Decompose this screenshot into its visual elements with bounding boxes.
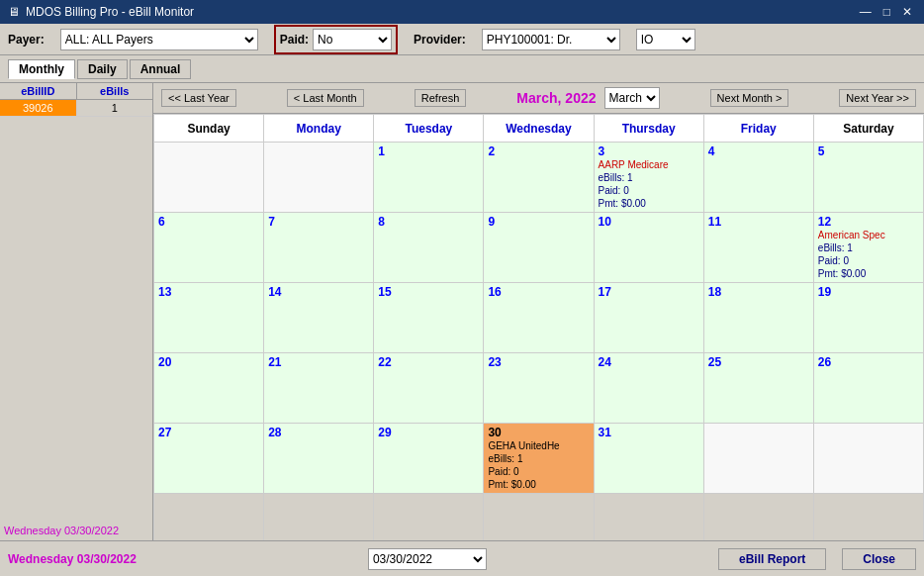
provider-label: Provider:	[414, 33, 466, 47]
cal-cell[interactable]	[814, 424, 924, 494]
cal-cell[interactable]: 6	[154, 213, 264, 283]
main-content: Payer: ALL: ALL Payers Paid: No Yes Prov…	[0, 24, 924, 576]
titlebar-controls: — □ ✕	[856, 5, 916, 19]
day-header-saturday: Saturday	[814, 115, 924, 143]
cal-cell[interactable]: 3 AARP Medicare eBills: 1 Paid: 0 Pmt: $…	[595, 143, 704, 213]
cal-nav-center: March, 2022 March	[516, 87, 659, 109]
bottom-bar: Wednesday 03/30/2022 03/30/2022 eBill Re…	[0, 540, 924, 576]
cal-cell[interactable]: 17	[595, 283, 704, 353]
maximize-button[interactable]: □	[879, 5, 894, 19]
table-row[interactable]: 39026 1	[0, 100, 152, 117]
cal-cell[interactable]: 28	[264, 424, 374, 494]
cal-cell[interactable]: 4	[704, 143, 814, 213]
content-area: eBillID eBills 39026 1 Wednesday 03/30/2…	[0, 83, 924, 540]
cal-cell[interactable]: 25	[704, 353, 814, 424]
cal-cell[interactable]: 24	[595, 353, 704, 424]
cal-cell[interactable]: 26	[814, 353, 924, 424]
cal-cell-gray	[264, 494, 374, 540]
paid-select[interactable]: No Yes	[313, 29, 392, 50]
cal-cell[interactable]: 22	[374, 353, 484, 424]
top-bar: Payer: ALL: ALL Payers Paid: No Yes Prov…	[0, 24, 924, 55]
cal-cell-gray	[704, 494, 814, 540]
col-header-ebillid[interactable]: eBillID	[0, 83, 77, 99]
left-status: Wednesday 03/30/2022	[0, 521, 152, 540]
last-year-button[interactable]: << Last Year	[161, 89, 236, 107]
refresh-button[interactable]: Refresh	[415, 89, 467, 107]
ebillid-cell: 39026	[0, 100, 77, 116]
payer-select[interactable]: ALL: ALL Payers	[60, 29, 258, 50]
last-month-button[interactable]: < Last Month	[287, 89, 364, 107]
day-header-friday: Friday	[704, 115, 814, 143]
ebill-report-button[interactable]: eBill Report	[718, 548, 826, 570]
cal-cell[interactable]	[154, 143, 264, 213]
cal-cell[interactable]: 21	[264, 353, 374, 424]
day-header-tuesday: Tuesday	[374, 115, 484, 143]
col-header-ebills[interactable]: eBills	[77, 83, 153, 99]
cal-cell[interactable]: 13	[154, 283, 264, 353]
cal-cell[interactable]: 11	[704, 213, 814, 283]
paid-wrapper: Paid: No Yes	[274, 25, 398, 54]
cal-cell[interactable]: 20	[154, 353, 264, 424]
minimize-button[interactable]: —	[856, 5, 876, 19]
cal-cell[interactable]: 18	[704, 283, 814, 353]
cal-cell-gray	[374, 494, 484, 540]
cal-cell[interactable]: 15	[374, 283, 484, 353]
ebills-cell: 1	[77, 100, 153, 116]
cal-cell-gray	[154, 494, 264, 540]
cal-cell[interactable]: 16	[484, 283, 594, 353]
cal-cell-gray	[595, 494, 704, 540]
cal-cell-gray	[484, 494, 594, 540]
day-header-thursday: Thursday	[595, 115, 704, 143]
cal-cell[interactable]: 8	[374, 213, 484, 283]
day-header-wednesday: Wednesday	[484, 115, 594, 143]
tab-monthly[interactable]: Monthly	[8, 59, 75, 79]
cal-cell[interactable]: 9	[484, 213, 594, 283]
calendar-area: << Last Year < Last Month Refresh March,…	[153, 83, 924, 540]
cal-cell[interactable]: 19	[814, 283, 924, 353]
bottom-buttons: eBill Report Close	[718, 548, 916, 570]
cal-cell[interactable]: 12 American Spec eBills: 1 Paid: 0 Pmt: …	[814, 213, 924, 283]
provider-select[interactable]: PHY100001: Dr.	[482, 29, 620, 50]
left-panel-empty	[0, 117, 152, 521]
cal-cell[interactable]: 5	[814, 143, 924, 213]
app-title: MDOS Billing Pro - eBill Monitor	[26, 5, 194, 19]
tabs-row: Monthly Daily Annual	[0, 55, 924, 83]
next-month-button[interactable]: Next Month >	[710, 89, 789, 107]
cal-cell-selected[interactable]: 30 GEHA UnitedHe eBills: 1 Paid: 0 Pmt: …	[484, 424, 594, 494]
titlebar: 🖥 MDOS Billing Pro - eBill Monitor — □ ✕	[0, 0, 924, 24]
cal-month-select[interactable]: March	[604, 87, 660, 109]
cal-cell[interactable]	[704, 424, 814, 494]
cal-cell[interactable]: 29	[374, 424, 484, 494]
cal-cell[interactable]: 1	[374, 143, 484, 213]
paid-label: Paid:	[280, 33, 309, 47]
cal-nav: << Last Year < Last Month Refresh March,…	[153, 83, 924, 114]
status-label: Wednesday 03/30/2022	[8, 552, 137, 566]
cal-cell[interactable]: 23	[484, 353, 594, 424]
left-panel-header: eBillID eBills	[0, 83, 152, 100]
cal-month-title: March, 2022	[516, 90, 596, 106]
cal-cell[interactable]: 14	[264, 283, 374, 353]
close-button[interactable]: ✕	[898, 5, 916, 19]
app-icon: 🖥	[8, 5, 20, 19]
cal-cell[interactable]: 27	[154, 424, 264, 494]
cal-cell[interactable]: 2	[484, 143, 594, 213]
day-header-monday: Monday	[264, 115, 374, 143]
cal-cell[interactable]: 10	[595, 213, 704, 283]
date-select[interactable]: 03/30/2022	[368, 548, 487, 570]
cal-cell[interactable]: 31	[595, 424, 704, 494]
day-header-sunday: Sunday	[154, 115, 264, 143]
left-panel: eBillID eBills 39026 1 Wednesday 03/30/2…	[0, 83, 153, 540]
tab-daily[interactable]: Daily	[77, 59, 128, 79]
tab-annual[interactable]: Annual	[130, 59, 192, 79]
provider-select-2[interactable]: IO	[636, 29, 695, 50]
next-year-button[interactable]: Next Year >>	[839, 89, 916, 107]
close-button[interactable]: Close	[842, 548, 916, 570]
cal-cell-gray	[814, 494, 924, 540]
cal-cell[interactable]: 7	[264, 213, 374, 283]
cal-grid: Sunday Monday Tuesday Wednesday Thursday…	[153, 114, 924, 540]
cal-cell[interactable]	[264, 143, 374, 213]
payer-label: Payer:	[8, 33, 45, 47]
titlebar-left: 🖥 MDOS Billing Pro - eBill Monitor	[8, 5, 194, 19]
